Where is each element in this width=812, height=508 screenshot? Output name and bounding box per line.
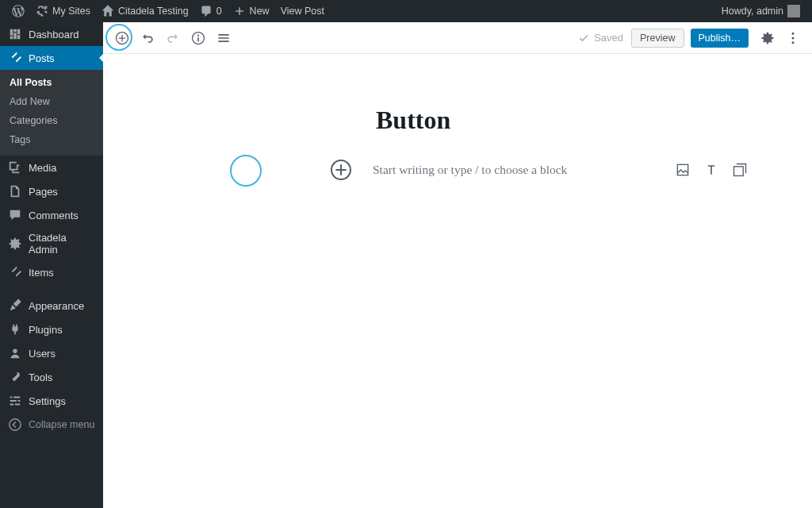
submenu-item-tags[interactable]: Tags (0, 130, 103, 149)
quick-inserter (674, 161, 749, 179)
avatar (787, 5, 800, 17)
svg-rect-8 (677, 164, 688, 175)
sidebar-item-users[interactable]: Users (0, 341, 103, 365)
sidebar-item-dashboard[interactable]: Dashboard (0, 22, 103, 46)
sidebar-item-plugins[interactable]: Plugins (0, 318, 103, 341)
quick-insert-heading[interactable] (703, 161, 720, 179)
submenu-item-categories[interactable]: Categories (0, 111, 103, 130)
kebab-icon (785, 30, 801, 46)
inline-add-block-button[interactable] (328, 157, 354, 183)
submenu-item-add-new[interactable]: Add New (0, 92, 103, 111)
plus-circle-icon (114, 30, 130, 46)
gear-icon (760, 30, 776, 46)
publish-button[interactable]: Publish… (691, 29, 749, 48)
content-structure-button[interactable] (187, 27, 209, 49)
svg-point-3 (197, 34, 199, 36)
plus-icon (233, 5, 246, 17)
sidebar-label: Comments (29, 210, 79, 221)
sidebar-label: Items (29, 267, 54, 279)
svg-point-4 (792, 32, 795, 34)
editor-canvas[interactable]: Button Start writing or type / to choose… (103, 54, 812, 508)
block-navigation-button[interactable] (213, 27, 235, 49)
appearance-icon (8, 298, 22, 313)
check-icon (577, 32, 590, 44)
new-content-menu[interactable]: New (228, 0, 275, 22)
my-sites-menu[interactable]: My Sites (30, 0, 96, 22)
sidebar-item-items[interactable]: Items (0, 260, 103, 284)
undo-icon (140, 30, 155, 46)
gallery-icon (732, 162, 748, 178)
sidebar-label: Plugins (29, 324, 63, 336)
preview-button[interactable]: Preview (631, 29, 684, 48)
collapse-menu-button[interactable]: Collapse menu (0, 413, 103, 437)
saved-label: Saved (594, 32, 623, 44)
my-account-menu[interactable]: Howdy, admin (716, 0, 806, 22)
sidebar-item-media[interactable]: Media (0, 156, 103, 179)
sliders-icon (8, 394, 22, 408)
sidebar-label: Media (29, 162, 56, 174)
undo-button[interactable] (136, 27, 159, 49)
comments-icon (200, 5, 213, 17)
svg-point-0 (10, 419, 21, 430)
comments-menu[interactable]: 0 (194, 0, 228, 22)
sidebar-item-tools[interactable]: Tools (0, 365, 103, 389)
new-label: New (250, 6, 270, 17)
plus-circle-icon (328, 157, 354, 183)
site-name-menu[interactable]: Citadela Testing (96, 0, 194, 22)
submenu-item-all-posts[interactable]: All Posts (0, 73, 103, 92)
home-icon (102, 5, 114, 17)
heading-icon (703, 162, 719, 178)
sidebar-label: Posts (29, 52, 55, 64)
default-block-appender[interactable]: Start writing or type / to choose a bloc… (328, 156, 749, 184)
sidebar-item-settings[interactable]: Settings (0, 389, 103, 413)
site-name-label: Citadela Testing (118, 6, 189, 17)
post-title[interactable]: Button (376, 106, 450, 135)
info-icon (190, 30, 206, 46)
sidebar-label: Users (29, 348, 56, 360)
admin-sidebar: Dashboard Posts All Posts Add New Catego… (0, 22, 103, 508)
redo-button[interactable] (162, 27, 184, 49)
list-icon (216, 30, 232, 46)
plugin-icon (8, 322, 22, 337)
gear-icon (8, 237, 22, 251)
my-sites-label: My Sites (52, 6, 90, 17)
howdy-label: Howdy, admin (722, 6, 783, 17)
view-post-link[interactable]: View Post (275, 0, 330, 22)
wordpress-icon (12, 5, 25, 17)
sidebar-item-comments[interactable]: Comments (0, 203, 103, 227)
settings-button[interactable] (756, 27, 779, 49)
add-block-button[interactable] (111, 27, 133, 49)
svg-point-6 (792, 41, 795, 44)
editor-toolbar: Saved Preview Publish… (103, 22, 812, 54)
collapse-label: Collapse menu (29, 419, 94, 430)
posts-submenu: All Posts Add New Categories Tags (0, 70, 103, 156)
sidebar-label: Settings (29, 395, 66, 407)
sidebar-label: Tools (29, 371, 52, 383)
sidebar-label: Appearance (29, 300, 84, 312)
sidebar-item-citadela-admin[interactable]: Citadela Admin (0, 227, 103, 260)
block-placeholder[interactable]: Start writing or type / to choose a bloc… (373, 163, 674, 177)
redo-icon (165, 30, 181, 46)
dashboard-icon (8, 27, 22, 41)
sidebar-label: Pages (29, 186, 58, 198)
sidebar-label: Dashboard (29, 29, 79, 40)
comment-icon (8, 208, 22, 222)
network-icon (36, 5, 48, 17)
quick-insert-gallery[interactable] (731, 161, 749, 179)
quick-insert-image[interactable] (674, 161, 691, 179)
image-icon (675, 162, 691, 178)
pages-icon (8, 184, 22, 198)
pin-icon (8, 265, 22, 279)
wp-logo-menu[interactable] (6, 0, 30, 22)
sidebar-item-appearance[interactable]: Appearance (0, 294, 103, 318)
svg-point-5 (792, 37, 795, 39)
view-post-label: View Post (281, 6, 324, 17)
svg-rect-9 (734, 167, 744, 176)
admin-bar: My Sites Citadela Testing 0 New View Pos… (0, 0, 812, 22)
users-icon (8, 346, 22, 360)
more-options-button[interactable] (782, 27, 804, 49)
save-status: Saved (577, 32, 623, 44)
sidebar-item-posts[interactable]: Posts (0, 46, 103, 70)
media-icon (8, 160, 22, 175)
sidebar-item-pages[interactable]: Pages (0, 179, 103, 203)
